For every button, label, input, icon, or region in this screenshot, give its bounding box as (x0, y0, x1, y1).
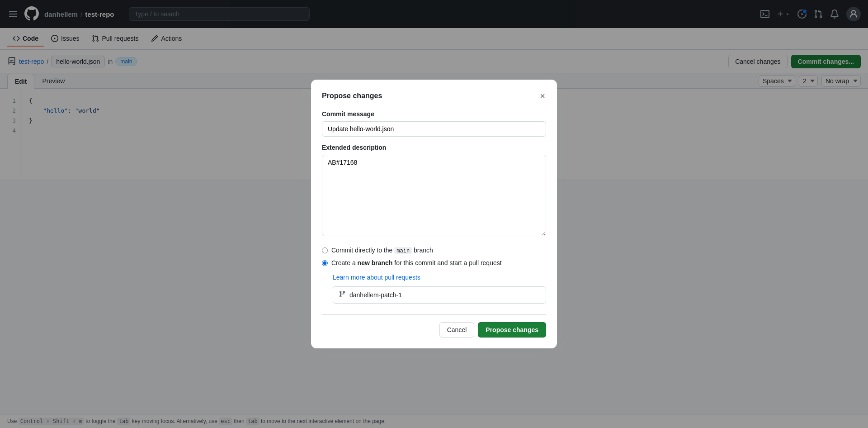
extended-description-label: Extended description (322, 144, 546, 151)
modal-title: Propose changes (322, 92, 382, 100)
extended-description-textarea[interactable]: AB#17168 (322, 155, 546, 236)
radio-direct-branch[interactable] (322, 247, 328, 253)
branch-name-wrapper (333, 286, 546, 304)
radio-direct-label: Commit directly to the main branch (331, 247, 433, 254)
modal-footer: Cancel Propose changes (322, 314, 546, 338)
learn-more-link[interactable]: Learn more about pull requests (333, 274, 420, 281)
modal-cancel-button[interactable]: Cancel (439, 322, 475, 338)
radio-new-branch-label: Create a new branch for this commit and … (331, 259, 502, 266)
modal-close-button[interactable]: × (539, 90, 546, 101)
branch-name-input[interactable] (349, 291, 540, 299)
radio-option-direct: Commit directly to the main branch (322, 247, 546, 254)
branch-icon (339, 290, 346, 300)
modal-overlay: Propose changes × Commit message Extende… (0, 0, 868, 428)
commit-message-label: Commit message (322, 110, 546, 118)
radio-new-branch[interactable] (322, 260, 328, 266)
commit-options: Commit directly to the main branch Creat… (322, 247, 546, 266)
propose-changes-button[interactable]: Propose changes (478, 322, 546, 338)
commit-message-input[interactable] (322, 121, 546, 137)
propose-changes-modal: Propose changes × Commit message Extende… (311, 80, 557, 348)
radio-option-new-branch: Create a new branch for this commit and … (322, 259, 546, 266)
modal-header: Propose changes × (322, 90, 546, 101)
